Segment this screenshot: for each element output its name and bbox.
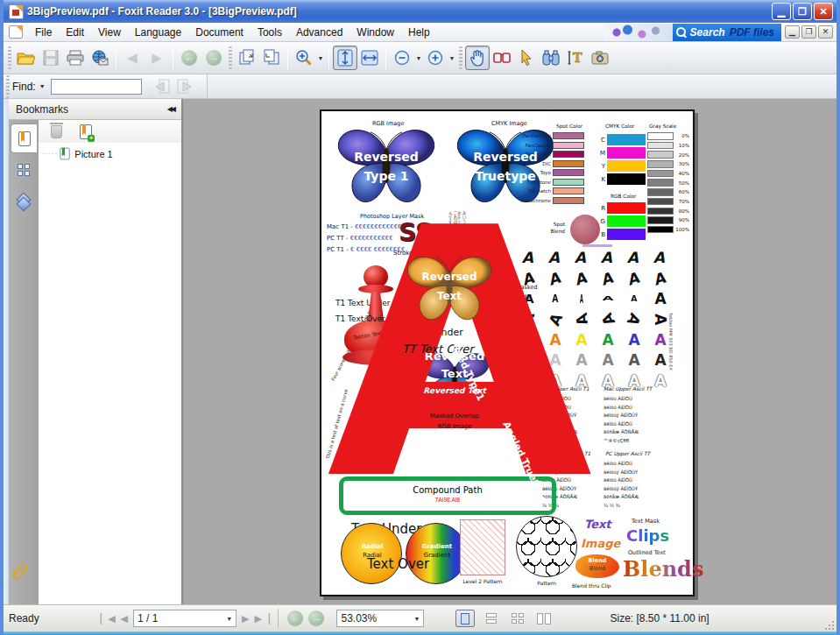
last-page-button[interactable]: ▶▕	[255, 613, 270, 624]
menu-item[interactable]: View	[91, 24, 128, 41]
fit-width-button[interactable]	[357, 46, 382, 70]
select-tool-button[interactable]	[514, 46, 539, 70]
page-number-combo[interactable]: 1 / 1 ▼	[133, 610, 236, 627]
toolbar-grip[interactable]	[8, 46, 11, 69]
binoculars-icon	[542, 50, 560, 66]
zoom-out-dropdown[interactable]: ▼	[414, 46, 423, 69]
gray-scale-row: 40%	[647, 170, 689, 178]
rgb-color-title: RGB Color	[611, 194, 636, 199]
tab-layers[interactable]	[11, 187, 37, 216]
toolbar-grip[interactable]	[229, 46, 232, 69]
snapshot-button[interactable]	[588, 46, 612, 70]
next-view-button[interactable]: →	[201, 46, 226, 70]
menu-item[interactable]: Edit	[59, 24, 91, 41]
mdi-minimize-button[interactable]: ▁	[785, 25, 800, 39]
next-page-button[interactable]: ▶	[242, 613, 249, 624]
minimize-button[interactable]: ▁	[772, 3, 791, 20]
menu-item[interactable]: Tools	[251, 24, 289, 41]
toolbar-grip[interactable]	[459, 46, 462, 69]
search-label-1: Search	[690, 26, 725, 39]
email-button[interactable]	[88, 46, 112, 70]
findbar-grip[interactable]	[6, 75, 10, 98]
continuous-layout-button[interactable]	[482, 610, 501, 627]
back-button[interactable]: ◀	[120, 46, 145, 70]
restore-button[interactable]: ❐	[793, 3, 812, 20]
previous-view-button[interactable]: ←	[177, 46, 201, 70]
rotate-clockwise-button[interactable]	[235, 46, 259, 70]
find-previous-button[interactable]	[149, 74, 173, 99]
resize-grip[interactable]	[824, 620, 835, 631]
letter-a-cell: A	[595, 370, 621, 392]
pdf-page[interactable]: RGB Image CMYK Image Reversed Type	[320, 109, 695, 596]
menu-item[interactable]: File	[28, 24, 59, 41]
rotate-counterclockwise-button[interactable]	[259, 46, 284, 70]
navigation-sidebar: Bookmarks ◀◀	[9, 99, 183, 604]
next-view-status-button[interactable]: →	[308, 610, 324, 626]
hand-tool-button[interactable]	[465, 46, 490, 70]
spot-color-row: PanPantone	[512, 132, 584, 139]
blends-label: Blends	[623, 556, 703, 582]
previous-view-status-button[interactable]: ←	[287, 610, 303, 626]
page-size-text: Size: [8.50 * 11.00 in]	[610, 612, 709, 624]
letter-a-cell: A	[647, 350, 674, 371]
facing-continuous-layout-button[interactable]	[508, 610, 527, 627]
first-page-button[interactable]: ▏◀	[101, 613, 116, 624]
hand-icon	[469, 49, 485, 67]
document-area[interactable]: RGB Image CMYK Image Reversed Type	[183, 99, 836, 604]
minus-circle-icon	[394, 50, 410, 66]
gray-scale-list: 0% 10% 20% 30% 40% 5	[647, 132, 689, 236]
menu-item[interactable]: Window	[349, 24, 401, 41]
zoom-in-button[interactable]	[423, 46, 448, 70]
bookmark-item-label: Picture 1	[74, 149, 112, 159]
reversed-text-script: Reversed Text	[406, 386, 504, 395]
print-button[interactable]	[63, 46, 88, 70]
search-pdf-box[interactable]: Search PDF files	[673, 24, 781, 41]
open-folder-icon	[17, 50, 36, 66]
window-title: 3BigPreview.pdf - Foxit Reader 3.0 - [3B…	[27, 5, 772, 18]
find-next-icon	[177, 79, 194, 95]
reading-mode-button[interactable]	[490, 46, 514, 70]
zoom-tool-button[interactable]	[292, 46, 316, 70]
blend-label-dark: Blend	[575, 565, 619, 572]
attachments-tab-icon[interactable]	[11, 561, 30, 581]
close-button[interactable]: ✕	[814, 3, 833, 20]
menu-item[interactable]: Document	[188, 24, 251, 41]
zoom-combo[interactable]: 53.03% ▼	[336, 610, 424, 627]
zoom-tool-dropdown[interactable]: ▼	[316, 46, 325, 69]
menu-item[interactable]: Advanced	[289, 24, 349, 41]
tab-pages[interactable]	[11, 155, 37, 185]
title-bar: 3BigPreview.pdf - Foxit Reader 3.0 - [3B…	[4, 0, 836, 23]
menu-bar: FileEditViewLanguageDocumentToolsAdvance…	[4, 23, 836, 42]
fit-page-button[interactable]	[333, 46, 357, 70]
bookmark-tree-item[interactable]: ····· Picture 1	[39, 143, 181, 161]
previous-page-button[interactable]: ◀	[121, 613, 128, 624]
mdi-restore-button[interactable]: ❐	[801, 25, 816, 39]
text-select-button[interactable]: T	[563, 46, 588, 70]
forward-button[interactable]: ▶	[145, 46, 169, 70]
add-bookmark-icon[interactable]: +	[80, 124, 92, 139]
tree-connector: ·····	[42, 150, 58, 158]
collapse-sidebar-button[interactable]: ◀◀	[167, 105, 174, 113]
menu-item[interactable]: Language	[128, 24, 188, 41]
mdi-close-button[interactable]: ✕	[818, 25, 833, 39]
find-next-button[interactable]	[173, 74, 198, 99]
zoom-out-button[interactable]	[390, 46, 414, 70]
search-tool-button[interactable]	[539, 46, 563, 70]
find-input[interactable]	[51, 79, 142, 95]
find-options-dropdown[interactable]: ▼	[39, 83, 46, 89]
facing-layout-button[interactable]	[534, 610, 554, 627]
plus-circle-icon	[427, 50, 443, 66]
save-button[interactable]	[39, 46, 63, 70]
tab-bookmarks[interactable]	[11, 123, 37, 153]
zoom-in-dropdown[interactable]: ▼	[448, 46, 456, 69]
glasses-icon	[492, 50, 512, 66]
single-page-layout-button[interactable]	[455, 610, 475, 627]
menu-item[interactable]: Help	[401, 24, 437, 41]
cmyk-color-row: Y	[598, 160, 646, 172]
text-mask-label: Text Mask	[632, 518, 660, 525]
status-text: Ready	[9, 612, 39, 624]
delete-bookmark-icon[interactable]	[51, 125, 62, 138]
reversed-text-2-line2: Text	[409, 367, 500, 380]
open-button[interactable]	[14, 46, 39, 70]
search-label-2: PDF files	[730, 26, 774, 39]
